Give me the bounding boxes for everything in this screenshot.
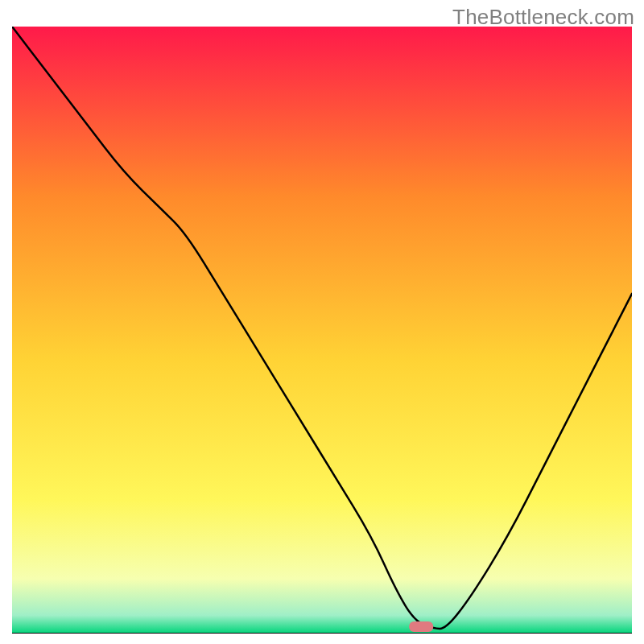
gradient-background xyxy=(12,27,632,634)
optimal-marker xyxy=(409,621,433,632)
chart-svg xyxy=(12,27,632,634)
chart-stage: TheBottleneck.com xyxy=(0,0,644,644)
plot-area xyxy=(12,27,632,634)
